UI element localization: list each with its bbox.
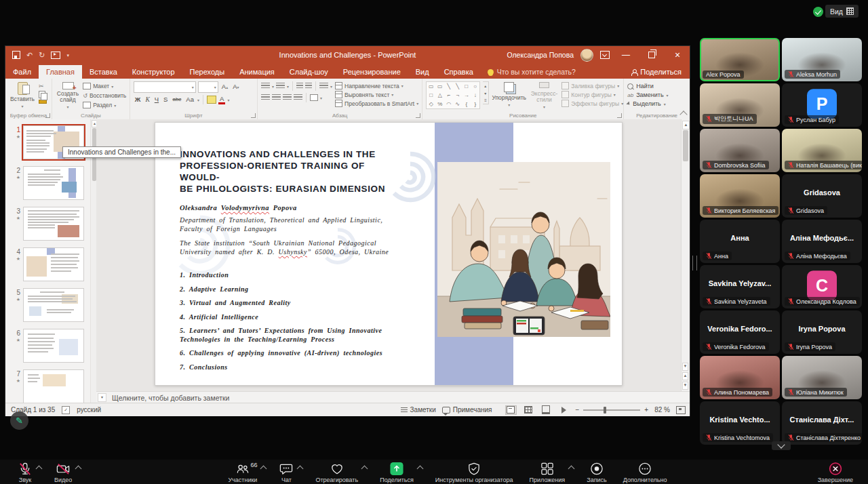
scroll-up-icon[interactable]: ▲ [682, 121, 690, 129]
paragraph-dialog-launcher[interactable] [416, 113, 420, 118]
participant-tile-17[interactable]: Kristina Vechto...Kristina Vechtomova [700, 401, 780, 445]
fit-to-window-icon[interactable] [676, 406, 686, 414]
participant-tile-13[interactable]: Veronika Fedoro...Veronika Fedorova [700, 310, 780, 354]
tab-animations[interactable]: Анимация [232, 65, 282, 79]
participant-tile-16[interactable]: Юліана Микитюк [782, 356, 862, 399]
participant-tile-6[interactable]: Наталія Башавець (вик... [782, 129, 862, 172]
slide-thumbnail-6[interactable]: 6★ [9, 329, 84, 363]
tab-transitions[interactable]: Переходы [182, 65, 233, 79]
underline-button[interactable]: Ч [153, 95, 160, 104]
shapes-scroll[interactable]: ▴▾≡ [483, 81, 489, 104]
spellcheck-icon[interactable]: ✓ [62, 406, 70, 414]
video-button[interactable]: Видео [46, 460, 85, 484]
ribbon-display-options-button[interactable] [600, 51, 610, 59]
chevron-up-icon[interactable] [361, 466, 368, 472]
align-left-icon[interactable] [261, 94, 270, 101]
replace-button[interactable]: abЗаменить▾ [627, 92, 668, 98]
slide-thumbnail-5[interactable]: 5★ [9, 288, 84, 322]
slide-thumbnail-3[interactable]: 3★ [9, 207, 84, 241]
highlight-color-button[interactable] [207, 96, 216, 104]
new-slide-button[interactable]: Создать слайд ▾ [56, 81, 80, 110]
zoom-slider[interactable] [583, 409, 640, 411]
clipboard-dialog-launcher[interactable] [45, 113, 50, 118]
slideshow-view-button[interactable] [558, 405, 570, 415]
chat-button[interactable]: Чат [271, 460, 307, 484]
zoom-percentage[interactable]: 82 % [654, 406, 670, 414]
font-name-select[interactable]: ▾ [134, 81, 196, 93]
next-slide-icon[interactable]: ▼ [682, 382, 688, 390]
line-spacing-icon[interactable] [319, 83, 328, 89]
align-text-button[interactable]: Выровнять текст▾ [335, 91, 418, 98]
apps-button[interactable]: Приложения [521, 460, 579, 484]
previous-slide-icon[interactable]: ▲ [682, 372, 688, 380]
find-button[interactable]: Найти [627, 83, 668, 89]
shape-outline-button[interactable]: Контур фигуры▾ [561, 91, 623, 98]
zoom-in-button[interactable]: + [644, 406, 648, 414]
increase-indent-icon[interactable] [305, 83, 312, 89]
tab-help[interactable]: Справка [437, 65, 481, 79]
view-button[interactable]: Вид [825, 5, 859, 18]
participant-tile-3[interactable]: 박안토니나UA [700, 83, 780, 127]
thumbnail-preview[interactable] [23, 288, 84, 322]
quick-styles-button[interactable]: Экспресс-стили ▾ [530, 81, 559, 110]
tab-review[interactable]: Рецензирование [336, 65, 408, 79]
section-button[interactable]: Раздел▾ [83, 102, 126, 108]
slide-thumbnail-4[interactable]: 4★ [9, 247, 84, 281]
host-tools-button[interactable]: Инструменты организатора [427, 460, 521, 484]
participant-tile-9[interactable]: АннаАнна [700, 220, 780, 263]
slide-thumbnail-7[interactable]: 7★ [9, 369, 84, 403]
drawing-dialog-launcher[interactable] [617, 113, 622, 118]
font-color-button[interactable]: А [218, 95, 225, 104]
copy-icon[interactable] [39, 91, 45, 98]
participant-tile-12[interactable]: CОлександра Кодлова [782, 265, 862, 308]
share-button[interactable]: Поделиться [623, 65, 690, 79]
tab-slideshow[interactable]: Слайд-шоу [282, 65, 336, 79]
more-button[interactable]: Дополнительно [615, 460, 675, 484]
text-direction-button[interactable]: Направление текста▾ [335, 82, 418, 89]
chevron-up-icon[interactable] [297, 466, 304, 472]
react-button[interactable]: Отреагировать [307, 460, 372, 484]
shape-fill-button[interactable]: Заливка фигуры▾ [561, 82, 623, 89]
panel-resize-handle[interactable] [692, 256, 697, 270]
minimize-button[interactable]: — [616, 46, 635, 64]
participant-tile-10[interactable]: Аліна Мефодьє...Аліна Мефодьєва [782, 220, 862, 263]
participant-tile-18[interactable]: Станіслава Діхт...Станіслава Діхтяренко [782, 401, 862, 445]
scroll-down-icon[interactable]: ▼ [682, 363, 688, 371]
close-button[interactable]: × [668, 46, 687, 64]
save-icon[interactable] [12, 51, 20, 59]
cut-icon[interactable]: ✂ [39, 83, 47, 89]
bullets-icon[interactable] [261, 83, 270, 89]
language-indicator[interactable]: русский [77, 406, 101, 414]
align-right-icon[interactable] [283, 94, 292, 101]
participant-tile-2[interactable]: Aleksa Morhun [782, 38, 862, 81]
tell-me-box[interactable]: Что вы хотите сделать? [481, 65, 583, 79]
participant-tile-15[interactable]: Алина Пономарева [700, 356, 780, 399]
slide-canvas[interactable]: INNOVATIONS AND CHALLENGES IN THEPROFESS… [155, 122, 623, 386]
participant-tile-7[interactable]: Виктория Беляевская [700, 174, 780, 218]
shapes-gallery[interactable]: ▭▭╲╲□○ □△⌐¬→↓ ◇%◠∿{} [426, 81, 480, 109]
thumbnail-preview[interactable] [23, 166, 84, 200]
italic-button[interactable]: К [144, 95, 151, 104]
text-shadow-button[interactable]: S [162, 95, 169, 104]
redo-icon[interactable]: ↻ [39, 52, 45, 59]
participant-tile-1[interactable]: Alex Popova [700, 38, 780, 81]
chevron-up-icon[interactable] [568, 466, 575, 472]
paste-button[interactable]: Вставить ▾ [9, 81, 36, 110]
chevron-up-icon[interactable] [260, 466, 267, 472]
tab-design[interactable]: Конструктор [125, 65, 182, 79]
customize-qat-icon[interactable]: ▾ [66, 53, 69, 58]
chevron-up-icon[interactable] [416, 466, 423, 472]
collapse-notes-icon[interactable]: ▾ [98, 393, 106, 402]
tab-home[interactable]: Главная [39, 65, 82, 79]
notes-toggle-button[interactable]: Заметки [401, 406, 436, 414]
zoom-out-button[interactable]: − [576, 406, 580, 414]
participant-tile-8[interactable]: GridasovaGridasova [782, 174, 862, 218]
participants-button[interactable]: 66Участники [220, 460, 271, 484]
participant-tile-11[interactable]: Savkina Yelyzav...Savkina Yelyzaveta [700, 265, 780, 308]
shape-effects-button[interactable]: Эффекты фигуры▾ [561, 100, 623, 107]
notes-pane[interactable]: ▾ Щелкните, чтобы добавить заметки [96, 391, 690, 403]
numbering-icon[interactable] [276, 83, 285, 89]
change-case-button[interactable]: Аа [184, 95, 195, 104]
thumbnail-preview[interactable] [23, 247, 84, 281]
font-dialog-launcher[interactable] [251, 113, 256, 118]
